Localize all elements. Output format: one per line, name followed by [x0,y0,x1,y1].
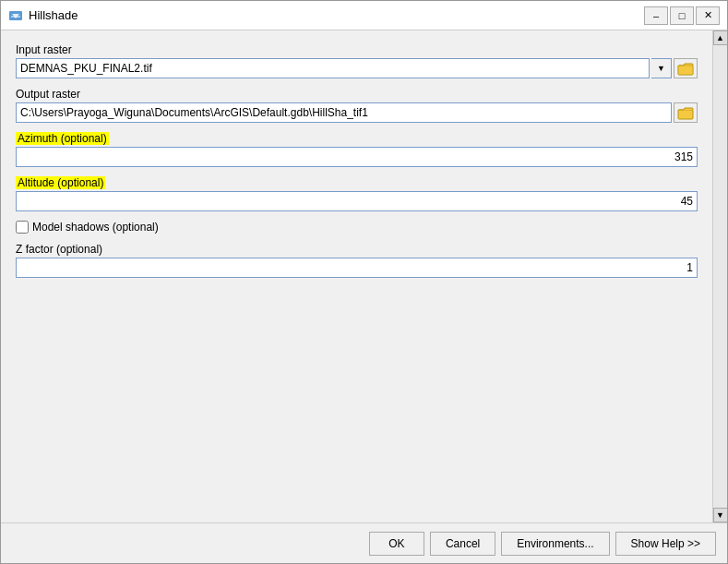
azimuth-label: Azimuth (optional) [16,132,698,145]
input-raster-browse-button[interactable] [674,58,698,78]
title-bar-left: Hillshade [8,8,78,23]
scroll-down-arrow[interactable]: ▼ [713,508,728,522]
main-panel: Input raster ▼ Output raster [1,30,712,522]
show-help-button[interactable]: Show Help >> [615,532,716,556]
folder-icon-2 [677,105,694,120]
output-raster-browse-button[interactable] [674,102,698,123]
hillshade-window: Hillshade – □ ✕ Input raster ▼ [0,0,728,564]
model-shadows-checkbox[interactable] [16,221,29,234]
scroll-up-arrow[interactable]: ▲ [713,30,728,45]
azimuth-group: Azimuth (optional) [16,132,698,167]
cancel-button[interactable]: Cancel [430,532,495,556]
input-raster-label: Input raster [16,43,698,56]
title-bar: Hillshade – □ ✕ [1,1,727,30]
close-button[interactable]: ✕ [696,6,720,25]
dropdown-arrow-icon[interactable]: ▼ [651,58,672,78]
output-raster-field[interactable] [16,102,672,123]
model-shadows-group: Model shadows (optional) [16,221,698,234]
z-factor-group: Z factor (optional) [16,243,698,278]
altitude-group: Altitude (optional) [16,176,698,211]
scrollbar[interactable]: ▲ ▼ [712,30,727,522]
input-raster-field[interactable] [16,58,650,78]
z-factor-field[interactable] [16,258,698,278]
altitude-row [16,191,698,211]
folder-icon [677,61,694,76]
environments-button[interactable]: Environments... [501,532,609,556]
altitude-field[interactable] [16,191,698,211]
z-factor-label: Z factor (optional) [16,243,698,256]
ok-button[interactable]: OK [369,532,424,556]
azimuth-row [16,147,698,167]
app-icon [8,8,23,23]
altitude-label-text: Altitude (optional) [16,176,105,189]
maximize-button[interactable]: □ [670,6,694,25]
minimize-button[interactable]: – [644,6,668,25]
title-controls: – □ ✕ [644,6,720,25]
footer: OK Cancel Environments... Show Help >> [1,522,727,563]
window-title: Hillshade [29,8,78,22]
input-raster-row: ▼ [16,58,698,78]
z-factor-row [16,258,698,278]
azimuth-field[interactable] [16,147,698,167]
azimuth-label-text: Azimuth (optional) [16,132,109,145]
altitude-label: Altitude (optional) [16,176,698,189]
output-raster-label: Output raster [16,88,698,101]
output-raster-row [16,102,698,123]
scroll-track [713,45,727,508]
output-raster-group: Output raster [16,88,698,123]
content-area: Input raster ▼ Output raster [1,30,727,522]
svg-rect-2 [11,16,20,18]
model-shadows-label: Model shadows (optional) [32,221,159,234]
svg-rect-4 [678,66,693,75]
svg-rect-5 [678,110,693,119]
input-raster-group: Input raster ▼ [16,43,698,78]
